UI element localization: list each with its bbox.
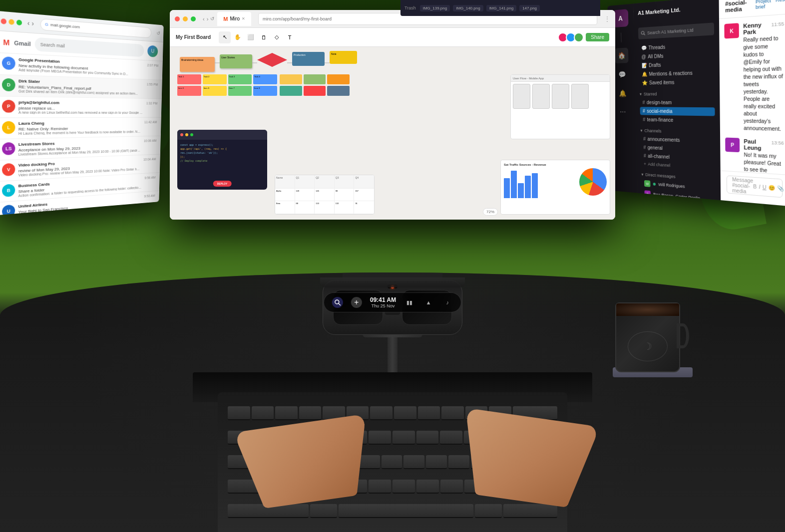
miro-minimize[interactable] xyxy=(183,16,188,21)
sound-icon[interactable]: ♪ xyxy=(442,297,453,308)
charts-content xyxy=(504,168,607,198)
drafts-label: Drafts xyxy=(649,62,661,68)
quick-links-section: 💬 Threads @ All DMs 📝 Drafts 🔔 Mentions … xyxy=(639,40,715,87)
miro-tool-text[interactable]: T xyxy=(284,31,296,43)
paul-header: Paul Leung 13:56 xyxy=(744,138,784,152)
add-button[interactable]: + xyxy=(351,297,362,308)
slack-activity-icon[interactable]: 🔔 xyxy=(615,86,629,101)
message-input[interactable]: Message #social-media B I U 😊 📎 xyxy=(727,175,783,198)
saved-item[interactable]: ⭐ Saved items xyxy=(639,77,715,87)
email-time-2: 1:55 PM xyxy=(147,82,158,86)
channels-section: ▾ Channels # announcements # general # a… xyxy=(640,128,715,172)
key-alt xyxy=(310,504,337,518)
spotlight-icon[interactable] xyxy=(332,297,343,308)
miro-toolbar-icons: ↖ ✋ ⬜ 🗒 ◇ T xyxy=(219,31,296,43)
team-finance-channel[interactable]: # team-finance xyxy=(640,115,715,125)
back-button[interactable]: ‹ xyxy=(27,19,29,26)
wireframe-screen-1 xyxy=(513,84,530,109)
underline-icon[interactable]: U xyxy=(763,184,767,190)
key-f7 xyxy=(394,406,416,420)
email-content-3: priya@brightful.com please replace us...… xyxy=(18,100,144,114)
close-dot[interactable] xyxy=(1,18,6,24)
gmail-search[interactable] xyxy=(35,37,144,57)
miro-menu-icon[interactable]: ⋮ xyxy=(604,15,610,22)
minimize-dot[interactable] xyxy=(8,19,14,25)
miro-share-button[interactable]: Share xyxy=(586,33,609,41)
miro-refresh[interactable]: ↺ xyxy=(210,16,214,21)
attach-icon[interactable]: 📎 xyxy=(778,185,784,191)
emoji-icon[interactable]: 😊 xyxy=(769,185,775,191)
vr-top-strap xyxy=(320,277,465,287)
channel-name-header: #social-media xyxy=(725,0,747,13)
workspace-name: A1 Marketing Ltd. xyxy=(638,4,681,18)
td-1-5: 167 xyxy=(354,189,374,202)
starred-label: Starred xyxy=(644,92,657,97)
nav-buttons: ‹ › xyxy=(27,19,34,27)
code-line-5: // Deploy complete xyxy=(180,159,264,163)
miro-tool-frame[interactable]: ⬜ xyxy=(245,31,257,43)
miro-back[interactable]: ‹ xyxy=(203,16,205,22)
maximize-dot[interactable] xyxy=(16,19,22,25)
forward-button[interactable]: › xyxy=(31,19,33,27)
data-table: Name Q1 Q2 Q3 Q4 Alpha 120 145 98 167 Be… xyxy=(275,175,374,214)
email-avatar-8: U xyxy=(2,205,15,216)
kenny-name: Kenny Park xyxy=(743,21,768,35)
sg2-6 xyxy=(327,86,350,96)
social-media-channel[interactable]: # social-media xyxy=(640,107,715,116)
miro-board-name: My First Board xyxy=(176,34,211,40)
plus-icon: + xyxy=(644,162,646,167)
files-list: IMG_139.png IMG_140.png IMG_141.png 147.… xyxy=(420,5,540,11)
bold-icon[interactable]: B xyxy=(753,184,757,190)
wifi-icon[interactable]: ▲ xyxy=(423,297,434,308)
channel-hash-3: # xyxy=(643,117,645,122)
bar-5 xyxy=(532,173,538,198)
battery-icon[interactable]: ▮▮ xyxy=(404,297,415,308)
email-time-3: 1:32 PM xyxy=(146,102,157,105)
miro-close[interactable] xyxy=(175,16,180,21)
gmail-avatar[interactable]: U xyxy=(147,45,158,57)
mentions-item[interactable]: 🔔 Mentions & reactions xyxy=(639,68,715,79)
slack-search[interactable]: Search A1 Marketing Ltd xyxy=(638,22,714,39)
miro-tool-shape[interactable]: ◇ xyxy=(271,31,283,43)
zoom-indicator[interactable]: 72% xyxy=(483,208,498,216)
design-team-channel[interactable]: # design-team xyxy=(640,98,715,107)
dark-frame-header xyxy=(177,130,267,140)
key-g xyxy=(382,455,402,469)
messages-list: K Kenny Park 11:55 Really need to give s… xyxy=(719,14,785,175)
miro-tool-select[interactable]: ↖ xyxy=(219,31,231,43)
miro-tool-hand[interactable]: ✋ xyxy=(232,31,244,43)
coffee-mug: ☽ xyxy=(615,292,685,372)
date-display: Thu 25 Nov xyxy=(370,303,396,308)
italic-icon[interactable]: I xyxy=(759,184,761,190)
sticky-2: User Stories xyxy=(220,54,252,68)
slack-home-icon[interactable]: 🏠 xyxy=(614,47,628,63)
refresh-icon[interactable]: ↺ xyxy=(157,30,160,36)
tab-close[interactable]: ✕ xyxy=(242,16,245,21)
miro-nav: ‹ › ↺ xyxy=(203,16,214,22)
miro-tab[interactable]: M Miro ✕ xyxy=(217,12,251,26)
mug-body: ☽ xyxy=(615,302,680,372)
slack-more-icon[interactable]: ⋯ xyxy=(616,104,630,119)
th-1: Name xyxy=(275,175,295,189)
email-row-3[interactable]: P priya@brightful.com please replace us.… xyxy=(0,96,162,118)
slack-dm-icon[interactable]: 💬 xyxy=(615,67,629,82)
kenny-header: Kenny Park 11:55 xyxy=(743,20,784,35)
taskbar-time: 09:41 AM Thu 25 Nov xyxy=(370,296,396,308)
email-sender-4: Laura Cheng xyxy=(18,120,142,126)
sg-5: Item 5 xyxy=(177,86,201,96)
td-1-2: 120 xyxy=(295,189,315,202)
url-text: mail.google.com xyxy=(50,22,80,29)
deploy-button: DEPLOY xyxy=(213,181,232,187)
svg-line-7 xyxy=(644,34,645,35)
miro-board-canvas[interactable]: Brainstorming ideas User Stories Product… xyxy=(170,47,615,220)
header-actions: Project brief Resources To do xyxy=(756,0,785,10)
charts-frame: Sat Traffic Sources - Revenue xyxy=(500,160,610,215)
miro-forward[interactable]: › xyxy=(207,16,209,22)
table-frame: Name Q1 Q2 Q3 Q4 Alpha 120 145 98 167 Be… xyxy=(275,175,375,215)
resources-link[interactable]: Resources xyxy=(776,0,785,8)
project-brief-link[interactable]: Project brief xyxy=(756,0,771,10)
email-time-5: 10:06 AM xyxy=(144,139,156,142)
miro-tool-sticky[interactable]: 🗒 xyxy=(258,31,270,43)
miro-maximize[interactable] xyxy=(191,16,196,21)
social-media-label: social-media xyxy=(647,108,672,114)
